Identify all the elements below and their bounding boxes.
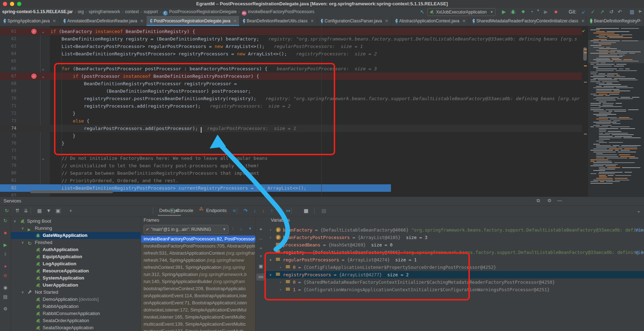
tree-item-authapplication[interactable]: AuthApplication <box>11 246 140 253</box>
chevron-right-icon[interactable]: › <box>269 234 272 241</box>
tree-item-equiptapplication[interactable]: EquiptApplication <box>11 253 140 260</box>
code-line[interactable]: 61✓⌄if (beanFactory instanceof BeanDefin… <box>0 28 644 35</box>
mute-breakpoints-icon[interactable]: ⊘ <box>0 273 11 278</box>
hide-tool-window-icon[interactable]: ⌄ <box>635 207 643 215</box>
run-disabled-icon[interactable]: ▶ <box>542 9 549 15</box>
services-tree[interactable]: ∨Spring Boot∨▶RunningGateWayApplication∨… <box>11 216 140 331</box>
filter-icon[interactable]: ▼ <box>45 207 53 215</box>
line-number[interactable]: 77 <box>0 147 16 154</box>
line-number[interactable]: 74 <box>0 125 16 132</box>
remove-watch-icon[interactable]: − <box>256 236 266 242</box>
restore-layout-icon[interactable]: ▤ <box>0 294 11 299</box>
stripe-mark[interactable] <box>584 65 587 66</box>
view-breakpoints-icon[interactable]: ● <box>0 264 11 269</box>
preview-icon[interactable]: ▶ <box>637 9 644 13</box>
line-number[interactable]: 63 <box>0 43 16 50</box>
fold-arrow-icon[interactable]: ⌄ <box>42 154 44 162</box>
tree-item-logapplication[interactable]: LogApplication <box>11 260 140 267</box>
run-config-dropdown[interactable]: XxlJobExecutorApplication▼ <box>427 8 495 16</box>
next-frame-icon[interactable]: ↓ <box>240 226 242 231</box>
fold-arrow-icon[interactable]: ⌄ <box>42 72 44 80</box>
line-number[interactable]: 78 <box>0 154 16 162</box>
editor-tab[interactable]: CSpringApplication.java✕ <box>0 16 60 26</box>
breadcrumb-item[interactable]: springframework <box>88 9 120 14</box>
stack-frame-item[interactable]: multicastEvent:139, SimpleApplicationEve… <box>141 321 256 328</box>
evaluate-expression-icon[interactable]: ▦ <box>302 207 310 215</box>
hide-panel-icon[interactable]: — <box>557 198 562 203</box>
breadcrumb-item[interactable]: spring-context-5.1.15.RELEASE.jar <box>2 9 73 14</box>
tab-endpoints[interactable]: Endpoints <box>206 205 227 216</box>
pause-icon[interactable]: ‖ <box>0 251 11 257</box>
line-number[interactable]: 67 <box>0 72 16 80</box>
editor-tab[interactable]: CBeanDefinitionReaderUtils.class✕ <box>240 16 317 26</box>
run-to-cursor-icon[interactable]: ↦ <box>284 207 292 215</box>
step-over-icon[interactable]: ↷ <box>242 207 249 215</box>
horizontal-scrollbar[interactable] <box>30 190 113 193</box>
close-tab-icon[interactable]: ✕ <box>310 18 314 23</box>
frames-panel[interactable]: Frames ✔"main"@1 in g...ain": RUNNING ▼ … <box>141 216 256 331</box>
stack-frame-item[interactable]: multicastEvent:127, SimpleApplicationEve… <box>141 328 256 331</box>
view-link[interactable]: Vie <box>635 249 643 256</box>
tree-item-seataorderapplication[interactable]: SeataOrderApplication <box>11 317 140 324</box>
editor-tab-active[interactable]: CPostProcessorRegistrationDelegate.java✕ <box>146 16 239 26</box>
stripe-mark[interactable] <box>584 52 587 53</box>
step-out-icon[interactable]: ↑ <box>268 207 276 215</box>
code-line[interactable]: 62 BeanDefinitionRegistry registry = (Be… <box>0 35 644 43</box>
tree-item-rabbitapplication[interactable]: RabbitApplication <box>11 303 140 310</box>
close-tab-icon[interactable]: ✕ <box>462 18 466 23</box>
stripe-mark[interactable] <box>584 134 587 135</box>
stack-frame-item[interactable]: invokeBeanFactoryPostProcessors:705, Abs… <box>141 243 256 250</box>
rollback-icon[interactable]: ↶ <box>616 9 623 15</box>
stack-frame-item[interactable]: doInvokeListener:172, SimpleApplicationE… <box>141 306 256 314</box>
add-service-icon[interactable]: + <box>67 207 75 215</box>
drop-frame-icon[interactable]: ✗ <box>277 207 284 215</box>
tree-item-spring-boot[interactable]: ∨Spring Boot <box>11 218 140 225</box>
tree-item-resourceapplication[interactable]: ResourceApplication <box>11 267 140 275</box>
chevron-down-icon[interactable]: ∨ <box>14 218 16 225</box>
breakpoint-icon[interactable]: ✓ <box>31 29 37 34</box>
move-up-icon[interactable]: ▲ <box>256 246 266 250</box>
collapse-all-icon[interactable]: ⇊ <box>22 207 30 215</box>
variable-row-beanFactory[interactable]: ›pbeanFactory = {DefaultListableBeanFact… <box>266 226 644 234</box>
code-minimap[interactable] <box>588 26 644 196</box>
line-number[interactable]: 66 <box>0 65 16 72</box>
code-line[interactable]: 79 // uninitialized to let the bean fact… <box>0 162 644 169</box>
line-number[interactable]: 72 <box>0 110 16 117</box>
line-number[interactable]: 79 <box>0 162 16 169</box>
editor-tab[interactable]: CAnnotatedBeanDefinitionReader.java✕ <box>60 16 147 26</box>
variable-row-processedBeans[interactable]: processedBeans = {HashSet@4269} size = 0 <box>266 241 644 249</box>
editor-tab[interactable]: CAbstractApplicationContext.java✕ <box>392 16 469 26</box>
close-tab-icon[interactable]: ✕ <box>581 18 585 23</box>
editor-tab[interactable]: CConfigurationClassParser.java✕ <box>317 16 392 26</box>
stack-frame-item[interactable]: onApplicationEvent:71, BootstrapApplicat… <box>141 299 256 306</box>
resume-icon[interactable]: ▶ <box>0 242 11 248</box>
debug-icon[interactable] <box>510 9 516 15</box>
editor-tab[interactable]: IBeanDefinitionRegistryP <box>586 16 644 26</box>
push-icon[interactable]: ↗ <box>599 9 606 15</box>
close-tab-icon[interactable]: ✕ <box>385 18 388 23</box>
stack-frame-item[interactable]: run:140, SpringApplicationBuilder (org.s… <box>141 278 256 285</box>
tab-console[interactable]: Console <box>176 205 193 216</box>
stack-frame-item[interactable]: onApplicationEvent:114, BootstrapApplica… <box>141 292 256 299</box>
line-number[interactable]: 69 <box>0 87 16 95</box>
tree-item-userapplication[interactable]: UserApplication <box>11 282 140 289</box>
view-link[interactable]: Vie <box>635 226 643 234</box>
commit-icon[interactable]: ✓ <box>589 9 596 15</box>
rerun-icon[interactable]: ↻ <box>3 207 11 215</box>
tree-item-systemapplication[interactable]: SystemApplication <box>11 275 140 282</box>
stack-frame-item[interactable]: refresh:531, AbstractApplicationContext … <box>141 250 256 257</box>
chevron-down-icon[interactable]: ∨ <box>21 289 24 296</box>
gear-icon[interactable]: ⚙ <box>547 198 552 203</box>
float-window-icon[interactable]: ⧉ <box>537 198 540 204</box>
line-number[interactable]: 83 <box>0 192 16 196</box>
step-into-icon[interactable]: ↓ <box>251 207 259 215</box>
breakpoint-icon[interactable]: ✓ <box>31 74 37 79</box>
breadcrumb-item[interactable]: PostProcessorRegistrationDelegate <box>169 9 237 14</box>
stack-frame-item[interactable]: run:312, SpringApplication (org.springfr… <box>141 271 256 278</box>
filter-frames-icon[interactable]: ▼ <box>248 227 252 230</box>
history-icon[interactable]: ↺ <box>608 9 615 15</box>
thread-dropdown[interactable]: ✔"main"@1 in g...ain": RUNNING ▼ <box>144 225 229 234</box>
code-line[interactable]: 81 // PriorityOrdered, Ordered, and the … <box>0 177 644 184</box>
settings-gear-icon[interactable]: ⚙ <box>0 306 11 311</box>
line-number[interactable]: 82 <box>0 184 16 192</box>
